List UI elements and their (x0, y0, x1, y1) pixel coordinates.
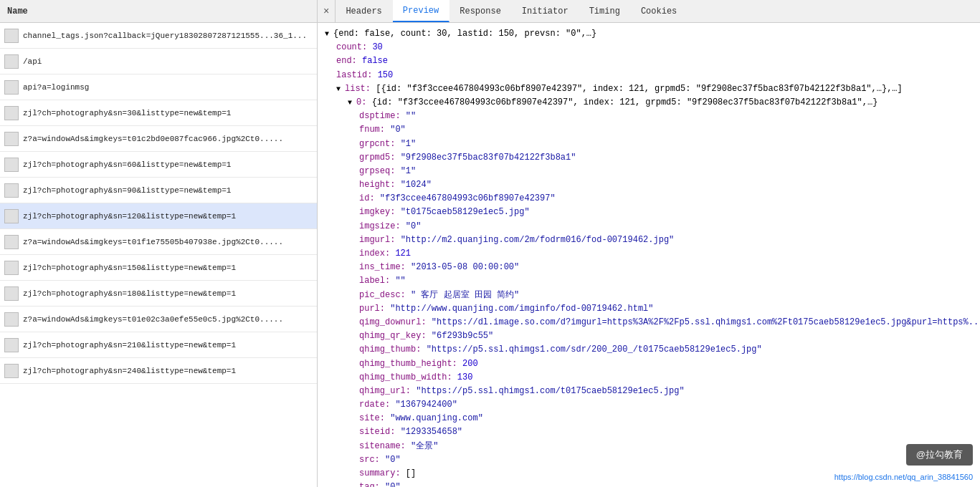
json-field-line: src: "0" (325, 453, 973, 467)
json-field-line: purl: "http://www.quanjing.com/imginfo/f… (325, 302, 973, 316)
item-url-text: zjl?ch=photography&sn=60&listtype=new&te… (23, 160, 313, 169)
network-item[interactable]: z?a=windowAds&imgkeys=t01c2bd0e087fcac96… (0, 126, 317, 152)
network-item[interactable]: z?a=windowAds&imgkeys=t01e02c3a0efe55e0c… (0, 307, 317, 332)
preview-content[interactable]: {end: false, count: 30, lastid: 150, pre… (318, 23, 980, 487)
item-thumbnail (4, 54, 19, 69)
item-url-text: zjl?ch=photography&sn=30&listtype=new&te… (23, 109, 313, 117)
json-field-line: pic_desc: " 客厅 起居室 田园 简约" (325, 289, 973, 302)
item-thumbnail (4, 364, 19, 378)
item-url-text: zjl?ch=photography&sn=240&listtype=new&t… (23, 367, 313, 375)
item-url-text: zjl?ch=photography&sn=120&listtype=new&t… (23, 212, 313, 221)
json-line: lastid: 150 (325, 69, 973, 82)
network-item[interactable]: api?a=loginmsg (0, 74, 317, 100)
item-thumbnail (4, 80, 19, 95)
item-thumbnail (4, 235, 19, 249)
tab-headers[interactable]: Headers (336, 0, 392, 22)
json-field-line: fnum: "0" (325, 123, 973, 137)
tab-cookies[interactable]: Cookies (631, 0, 688, 22)
json-field-line: summary: [] (325, 467, 973, 481)
item-thumbnail (4, 29, 19, 43)
close-panel-button[interactable]: × (318, 0, 336, 22)
json-field-line: grpmd5: "9f2908ec37f5bac83f07b42122f3b8a… (325, 151, 973, 165)
name-column-header: Name (7, 6, 28, 16)
json-field-line: dsptime: "" (325, 110, 973, 123)
item-url-text: zjl?ch=photography&sn=210&listtype=new&t… (23, 341, 313, 349)
json-field-line: grpcnt: "1" (325, 138, 973, 151)
network-request-list: channel_tags.json?callback=jQuery1830280… (0, 23, 317, 487)
network-item[interactable]: zjl?ch=photography&sn=30&listtype=new&te… (0, 100, 317, 126)
network-item[interactable]: zjl?ch=photography&sn=60&listtype=new&te… (0, 152, 317, 178)
item-thumbnail (4, 132, 19, 146)
item-url-text: zjl?ch=photography&sn=180&listtype=new&t… (23, 289, 313, 298)
json-field-line: rdate: "1367942400" (325, 398, 973, 412)
json-field-line: tag: "0" (325, 481, 973, 487)
item-thumbnail (4, 158, 19, 172)
json-field-line: index: 121 (325, 247, 973, 261)
item-url-text: /api (23, 57, 313, 66)
item-url-text: z?a=windowAds&imgkeys=t01f1e75505b407938… (23, 238, 313, 246)
network-item[interactable]: zjl?ch=photography&sn=90&listtype=new&te… (0, 178, 317, 203)
tab-initiator[interactable]: Initiator (512, 0, 579, 22)
json-field-line: imgsize: "0" (325, 220, 973, 233)
json-line: count: 30 (325, 41, 973, 54)
network-item[interactable]: zjl?ch=photography&sn=180&listtype=new&t… (0, 281, 317, 307)
item-thumbnail (4, 338, 19, 352)
network-item[interactable]: zjl?ch=photography&sn=150&listtype=new&t… (0, 255, 317, 281)
json-field-line: qhimg_thumb: "https://p5.ssl.qhimgs1.com… (325, 343, 973, 357)
json-field-line: id: "f3f3ccee467804993c06bf8907e42397" (325, 192, 973, 206)
item-thumbnail (4, 261, 19, 275)
item-thumbnail (4, 312, 19, 327)
json-field-line: qhimg_qr_key: "6f293b9c55" (325, 329, 973, 343)
item-url-text: z?a=windowAds&imgkeys=t01e02c3a0efe55e0c… (23, 315, 313, 324)
item-url-text: api?a=loginmsg (23, 83, 313, 92)
json-field-line: label: "" (325, 274, 973, 288)
item-url-text: channel_tags.json?callback=jQuery1830280… (23, 32, 313, 40)
json-field-line: ins_time: "2013-05-08 00:00:00" (325, 261, 973, 274)
json-line: list: [{id: "f3f3ccee467804993c06bf8907e… (325, 82, 973, 96)
network-item[interactable]: zjl?ch=photography&sn=210&listtype=new&t… (0, 332, 317, 358)
item-thumbnail (4, 286, 19, 301)
json-field-line: qhimg_url: "https://p5.ssl.qhimgs1.com/t… (325, 385, 973, 398)
json-line: {end: false, count: 30, lastid: 150, pre… (325, 27, 973, 41)
item-thumbnail (4, 209, 19, 223)
network-item[interactable]: /api (0, 49, 317, 74)
tabs-bar: × HeadersPreviewResponseInitiatorTimingC… (318, 0, 980, 23)
json-field-line: grpseq: "1" (325, 165, 973, 178)
json-field-line: siteid: "1293354658" (325, 425, 973, 439)
json-line: 0: {id: "f3f3ccee467804993c06bf8907e4239… (325, 96, 973, 110)
item-url-text: z?a=windowAds&imgkeys=t01c2bd0e087fcac96… (23, 135, 313, 143)
close-icon: × (323, 6, 329, 17)
network-item[interactable]: z?a=windowAds&imgkeys=t01f1e75505b407938… (0, 229, 317, 255)
left-panel: Name channel_tags.json?callback=jQuery18… (0, 0, 318, 487)
item-url-text: zjl?ch=photography&sn=150&listtype=new&t… (23, 264, 313, 272)
item-thumbnail (4, 106, 19, 120)
json-field-line: imgurl: "http://m2.quanjing.com/2m/fodrm… (325, 233, 973, 247)
json-line: end: false (325, 54, 973, 68)
right-panel: × HeadersPreviewResponseInitiatorTimingC… (318, 0, 980, 487)
item-thumbnail (4, 183, 19, 198)
left-header: Name (0, 0, 317, 23)
network-item[interactable]: channel_tags.json?callback=jQuery1830280… (0, 23, 317, 49)
tab-timing[interactable]: Timing (579, 0, 631, 22)
network-item[interactable]: zjl?ch=photography&sn=240&listtype=new&t… (0, 358, 317, 384)
json-field-line: height: "1024" (325, 178, 973, 192)
item-url-text: zjl?ch=photography&sn=90&listtype=new&te… (23, 186, 313, 195)
network-item[interactable]: zjl?ch=photography&sn=120&listtype=new&t… (0, 203, 317, 229)
tab-preview[interactable]: Preview (393, 0, 449, 22)
json-field-line: qhimg_thumb_height: 200 (325, 357, 973, 371)
json-field-line: qimg_downurl: "https://dl.image.so.com/d… (325, 316, 973, 329)
json-field-line: site: "www.quanjing.com" (325, 412, 973, 425)
tab-response[interactable]: Response (449, 0, 512, 22)
json-field-line: imgkey: "t0175caeb58129e1ec5.jpg" (325, 206, 973, 219)
json-field-line: sitename: "全景" (325, 440, 973, 453)
json-field-line: qhimg_thumb_width: 130 (325, 371, 973, 385)
